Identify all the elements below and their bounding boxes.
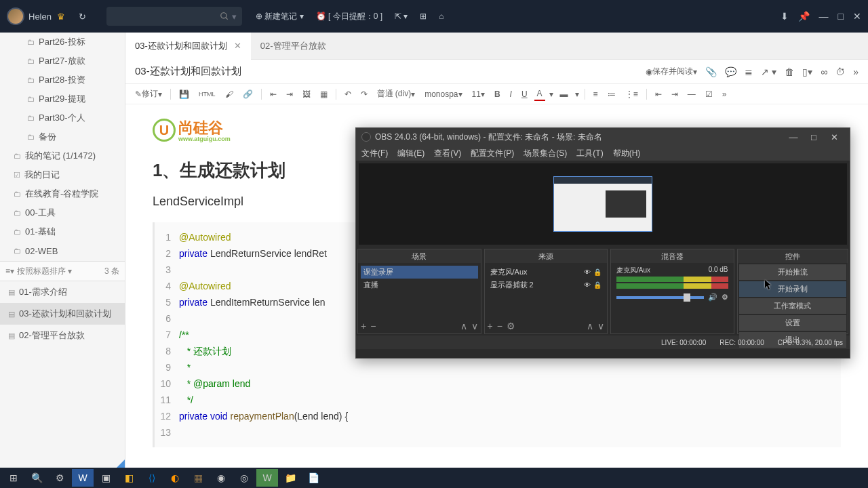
start-icon[interactable]: ⊞	[3, 469, 24, 487]
menu-item[interactable]: 场景集合(S)	[524, 148, 567, 159]
obs-titlebar[interactable]: OBS 24.0.3 (64-bit, windows) - 配置文件: 未命名…	[356, 128, 850, 146]
folder-item[interactable]: 🗀在线教育-谷粒学院	[0, 184, 125, 203]
gear-icon[interactable]: ⚙	[722, 293, 728, 302]
user-avatar[interactable]	[7, 7, 24, 25]
link-icon[interactable]: 🔗	[240, 88, 256, 100]
note-item[interactable]: ▤03-还款计划和回款计划	[0, 303, 125, 325]
explorer-icon[interactable]: 📁	[279, 469, 301, 487]
note-item[interactable]: ▤02-管理平台放款	[0, 325, 125, 346]
view-mode-button[interactable]: ◉ 保存并阅读 ▾	[646, 66, 697, 77]
bold-icon[interactable]: B	[492, 88, 503, 100]
link-icon[interactable]: ∞	[821, 66, 827, 77]
speaker-icon[interactable]: 🔊	[708, 293, 717, 302]
up-icon[interactable]: ∧	[587, 321, 593, 331]
tab-close-icon[interactable]: ✕	[234, 41, 241, 51]
pin-icon[interactable]: 📌	[798, 11, 810, 22]
folder-item[interactable]: 🗀00-工具	[0, 203, 125, 222]
checkbox-icon[interactable]: ☑	[703, 88, 715, 100]
clock-icon[interactable]: ⏱	[835, 66, 845, 77]
folder-item[interactable]: 🗀我的笔记 (1/1472)	[0, 146, 125, 165]
attach-icon[interactable]: 📎	[705, 66, 717, 77]
down-icon[interactable]: ∨	[597, 321, 604, 331]
italic-icon[interactable]: I	[507, 88, 515, 100]
add-icon[interactable]: +	[488, 321, 493, 331]
refresh-icon[interactable]: ↻	[79, 12, 86, 22]
chrome-icon[interactable]: ◉	[210, 469, 232, 487]
folder-item[interactable]: 🗀Part27-放款	[0, 52, 125, 70]
sort-bar[interactable]: ≡▾ 按照标题排序 ▾ 3 条	[0, 261, 125, 281]
undo-icon[interactable]: ↶	[342, 88, 354, 100]
app-icon[interactable]: ◧	[118, 469, 140, 487]
menu-item[interactable]: 工具(T)	[576, 148, 603, 159]
outdent-icon[interactable]: ⇤	[652, 88, 665, 100]
remove-icon[interactable]: −	[370, 321, 376, 331]
edit-mode-button[interactable]: ✎ 修订 ▾	[132, 87, 165, 101]
lock-icon[interactable]: 🔒	[593, 268, 601, 276]
gear-icon[interactable]: ⚙	[507, 321, 515, 331]
indent-right-icon[interactable]: ⇥	[283, 88, 296, 100]
note-title[interactable]: 03-还款计划和回款计划	[135, 65, 646, 78]
firefox-icon[interactable]: ◐	[164, 469, 186, 487]
brush-icon[interactable]: 🖌	[222, 88, 236, 100]
source-item[interactable]: 显示器捕获 2👁🔒	[488, 279, 605, 291]
list-icon[interactable]: ≣	[745, 66, 753, 77]
folder-item[interactable]: 🗀Part26-投标	[0, 33, 125, 52]
down-icon[interactable]: ∨	[471, 321, 478, 331]
share-icon[interactable]: ⇱ ▾	[395, 12, 408, 21]
folder-item[interactable]: 🗀Part28-投资	[0, 70, 125, 89]
menu-item[interactable]: 查看(V)	[434, 148, 461, 159]
add-icon[interactable]: +	[361, 321, 366, 331]
folder-item[interactable]: 🗀02-WEB	[0, 241, 125, 260]
control-button[interactable]: 工作室模式	[739, 298, 846, 314]
remove-icon[interactable]: −	[497, 321, 502, 331]
ul-icon[interactable]: ⋮≡	[623, 88, 641, 100]
resize-corner[interactable]	[117, 460, 125, 468]
settings-icon[interactable]: ⚙	[49, 469, 71, 487]
scene-item[interactable]: 直播	[361, 279, 478, 291]
format-select[interactable]: 普通 (div) ▾	[374, 88, 418, 100]
note-item[interactable]: ▤01-需求介绍	[0, 281, 125, 303]
maximize-icon[interactable]: □	[838, 11, 844, 22]
minimize-icon[interactable]: —	[819, 11, 829, 22]
table-icon[interactable]: ▦	[317, 88, 330, 100]
more-icon[interactable]: »	[719, 88, 730, 100]
terminal-icon[interactable]: ▣	[95, 469, 117, 487]
size-select[interactable]: 11 ▾	[469, 89, 488, 99]
book-icon[interactable]: ▯▾	[802, 66, 812, 77]
more-icon[interactable]: »	[853, 66, 859, 77]
lock-icon[interactable]: 🔒	[593, 281, 601, 289]
font-select[interactable]: monospa ▾	[422, 89, 465, 99]
redo-icon[interactable]: ↷	[358, 88, 370, 100]
bg-color-icon[interactable]: ▬	[557, 88, 571, 100]
menu-item[interactable]: 配置文件(P)	[471, 148, 514, 159]
scene-item[interactable]: 课堂录屏	[361, 266, 478, 279]
control-button[interactable]: 开始推流	[739, 264, 846, 280]
apps-icon[interactable]: ⊞	[420, 12, 427, 21]
tab[interactable]: 02-管理平台放款	[251, 33, 336, 60]
source-item[interactable]: 麦克风/Aux 👁🔒	[488, 266, 605, 279]
new-note-button[interactable]: ⊕ 新建笔记 ▾	[256, 11, 304, 22]
align-icon[interactable]: ≡	[591, 88, 601, 100]
obs-close-icon[interactable]: ✕	[824, 132, 844, 142]
reminder-button[interactable]: ⏰ [ 今日提醒：0 ]	[316, 11, 382, 22]
up-icon[interactable]: ∧	[460, 321, 467, 331]
folder-item[interactable]: 🗀Part30-个人	[0, 108, 125, 127]
control-button[interactable]: 开始录制	[739, 281, 846, 297]
menu-item[interactable]: 文件(F)	[361, 148, 388, 159]
control-button[interactable]: 设置	[739, 315, 846, 331]
eye-icon[interactable]: 👁	[584, 281, 591, 289]
indent-icon[interactable]: ⇥	[669, 88, 681, 100]
save-icon[interactable]: 💾	[176, 88, 192, 100]
html-button[interactable]: HTML	[196, 89, 218, 99]
word-icon[interactable]: W	[72, 469, 94, 487]
obs-preview[interactable]	[359, 163, 847, 245]
folder-item[interactable]: ☑我的日记	[0, 165, 125, 184]
indent-left-icon[interactable]: ⇤	[267, 88, 279, 100]
close-icon[interactable]: ✕	[853, 11, 861, 22]
obs-minimize-icon[interactable]: —	[783, 132, 804, 142]
search-icon[interactable]: 🔍	[26, 469, 47, 487]
notepad-icon[interactable]: 📄	[302, 469, 324, 487]
eye-icon[interactable]: 👁	[584, 268, 591, 276]
obs-taskbar-icon[interactable]: ◎	[233, 469, 255, 487]
sync-icon[interactable]: ⬇	[781, 11, 789, 22]
